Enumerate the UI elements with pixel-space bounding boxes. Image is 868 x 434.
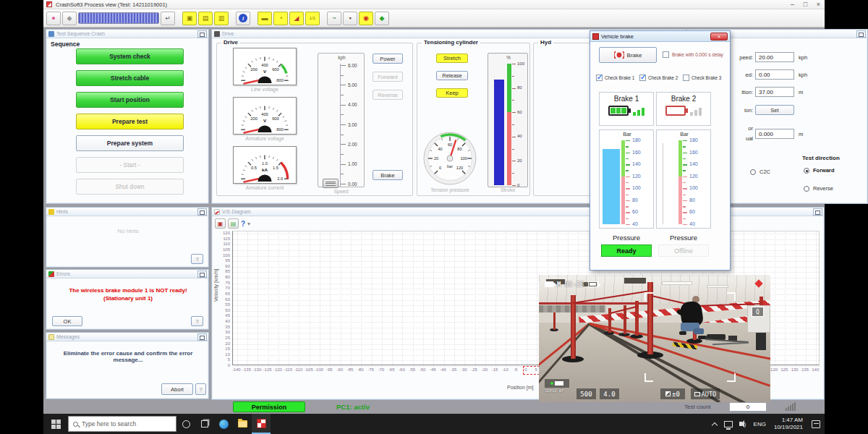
diagram-view-icon[interactable]: ◢: [289, 12, 304, 25]
aperture-value: 4.0: [600, 388, 619, 399]
taskbar-search-input[interactable]: Type here to search: [68, 416, 176, 432]
sequence-button-start-position[interactable]: Start position: [76, 92, 184, 108]
check-brake-2-row[interactable]: Check Brake 2: [639, 75, 683, 81]
sequence-button-start[interactable]: - Start -: [76, 157, 184, 173]
volume-icon[interactable]: ): [736, 414, 750, 434]
reverse-radio[interactable]: [804, 186, 809, 192]
x-tick-label: -25: [471, 367, 477, 372]
gridline: [464, 231, 465, 366]
speed-setpoint-field[interactable]: 20.00: [755, 52, 794, 62]
dialog-brake-button[interactable]: Brake: [599, 47, 657, 63]
direction-tool-icon[interactable]: ◆: [375, 12, 389, 25]
reverse-button[interactable]: Reverse: [373, 90, 403, 100]
file-explorer-icon[interactable]: [233, 414, 252, 434]
camera-tool-icon[interactable]: ▪: [343, 12, 357, 25]
check-brake-1-checkbox[interactable]: [596, 75, 603, 81]
forward-button[interactable]: Forward: [373, 72, 403, 82]
clock[interactable]: 1:47 AM 10/19/2021: [770, 417, 807, 431]
sequence-button-prepare-system[interactable]: Prepare system: [76, 135, 184, 151]
view-layout-icon[interactable]: ▥: [214, 12, 229, 25]
check-brake-2-checkbox[interactable]: [639, 75, 646, 81]
collapse-icon[interactable]: [197, 271, 207, 278]
collapse-icon[interactable]: [197, 30, 207, 38]
collapse-icon[interactable]: [197, 208, 207, 216]
sequence-button-shut-down[interactable]: Shut down: [76, 179, 184, 195]
reverse-radio-row[interactable]: Reverse: [804, 185, 833, 192]
sequence-button-stretch-cable[interactable]: Stretch cable: [76, 70, 184, 86]
abort-button[interactable]: Abort: [161, 383, 193, 395]
sequence-button-system-check[interactable]: System check: [76, 48, 184, 64]
cortana-icon[interactable]: [176, 414, 195, 434]
notification-center-icon[interactable]: [807, 414, 825, 434]
info-icon[interactable]: i: [236, 12, 250, 25]
delay-checkbox[interactable]: [663, 51, 669, 58]
quick-menu-button[interactable]: Q: [752, 307, 764, 317]
counter-view-icon[interactable]: 1/1: [305, 12, 320, 25]
c2c-radio-row[interactable]: C2C: [750, 169, 770, 175]
tick: [626, 182, 629, 183]
decoration: [285, 121, 287, 122]
edge-icon[interactable]: [214, 414, 233, 434]
extra-distance-field[interactable]: 0.000: [755, 129, 794, 139]
forward-radio[interactable]: [804, 168, 809, 174]
start-button[interactable]: [43, 414, 68, 434]
hints-content: No hints: [46, 228, 210, 234]
collapse-icon[interactable]: [197, 333, 207, 341]
test-count-field[interactable]: 0: [729, 402, 767, 412]
messages-help-button[interactable]: ?: [195, 383, 206, 395]
check-brake-3-row[interactable]: Check Brake 3: [683, 75, 726, 81]
scale-zone-red: [621, 176, 625, 224]
messages-view-icon[interactable]: ▬: [258, 12, 272, 25]
error-ok-button[interactable]: OK: [52, 316, 82, 326]
dialog-close-button[interactable]: ×: [710, 33, 728, 41]
speed-slider-handle[interactable]: [323, 179, 339, 188]
check-brake-1-row[interactable]: Check Brake 1: [596, 75, 639, 81]
keep-button[interactable]: Keep: [436, 88, 468, 98]
language-indicator[interactable]: ENG: [750, 421, 770, 427]
collapse-icon[interactable]: [813, 208, 822, 216]
speed-slider[interactable]: kph 6.005.004.003.002.001.000.00: [318, 53, 365, 187]
power-button[interactable]: Power: [373, 54, 403, 64]
permission-button[interactable]: Permission: [233, 401, 305, 412]
set-button[interactable]: Set: [755, 105, 794, 115]
stretch-button[interactable]: Stretch: [436, 54, 468, 63]
settings-icon[interactable]: ◆: [62, 12, 77, 25]
forward-radio-row[interactable]: Forward: [804, 167, 835, 174]
position-field[interactable]: 37.00: [755, 87, 794, 97]
snapshot-icon[interactable]: ▣: [215, 218, 226, 229]
vehicle-brake-tool-icon[interactable]: ◉: [359, 12, 373, 25]
signal-bars-icon: [786, 402, 796, 411]
sequence-button-prepare-test[interactable]: Prepare test: [76, 114, 184, 129]
check-brake-3-checkbox[interactable]: [683, 75, 689, 81]
diagram-help-icon[interactable]: ?: [241, 220, 245, 228]
test-progress-bar[interactable]: [78, 12, 159, 24]
network-icon[interactable]: [721, 414, 736, 434]
hints-help-button[interactable]: ?: [191, 254, 203, 264]
crashsoft-taskbar-icon[interactable]: [252, 414, 271, 434]
maximize-button[interactable]: □: [799, 0, 812, 9]
delay-checkbox-row[interactable]: Brake with 0.000 s delay: [663, 51, 723, 58]
decoration: [786, 408, 787, 411]
camera-view: M 02-23 Q SERVO AF 500 4.0 ±0 AUTO: [539, 275, 770, 402]
brake-test-icon[interactable]: ●: [46, 12, 61, 25]
collapse-icon[interactable]: [856, 30, 866, 38]
export-icon[interactable]: ▤: [228, 218, 239, 229]
view-sequence-icon[interactable]: ▣: [182, 12, 197, 25]
brake-button[interactable]: Brake: [373, 170, 403, 180]
minimize-button[interactable]: –: [786, 0, 799, 9]
plot-tool-icon[interactable]: ~: [327, 12, 341, 25]
errors-help-button[interactable]: ?: [191, 316, 203, 326]
actual-speed-field[interactable]: 0.00: [755, 69, 794, 80]
decoration: [245, 166, 247, 167]
y-tick-label: 90: [217, 264, 230, 268]
c2c-radio[interactable]: [750, 169, 756, 175]
gauges-view-icon[interactable]: ◔: [273, 12, 288, 25]
tray-chevron-icon[interactable]: [708, 414, 721, 434]
release-button[interactable]: Release: [436, 71, 468, 80]
view-drive-icon[interactable]: ▤: [198, 12, 213, 25]
apply-icon[interactable]: ↵: [161, 12, 175, 25]
title-bar: CrashSoft3 Process view (Test: 142110190…: [43, 0, 825, 9]
task-view-icon[interactable]: [195, 414, 214, 434]
diagram-menu-caret[interactable]: ▾: [247, 221, 250, 227]
close-button[interactable]: ×: [812, 0, 825, 9]
